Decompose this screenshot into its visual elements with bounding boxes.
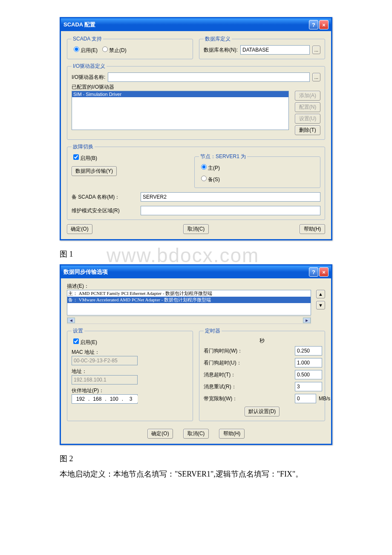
msg-timeout-label: 消息超时(T)：: [204, 371, 291, 379]
bandwidth-label: 带宽限制(W)：: [204, 395, 291, 402]
io-driver-list[interactable]: SIM - Simulation Driver: [72, 91, 289, 130]
node-group: 节点：SERVER1 为 主(P) 备(S): [194, 153, 320, 188]
help-icon[interactable]: ?: [309, 267, 318, 277]
figure-2-caption: 图 2: [60, 454, 332, 464]
db-def-legend: 数据库定义: [204, 35, 232, 43]
timer-group: 定时器 秒 看门狗时间(W)： 看门狗超时(U)： 消息超时(T)： 消息重试(…: [199, 327, 325, 421]
failover-enable-checkbox[interactable]: [73, 154, 79, 160]
ip-seg-1[interactable]: [74, 396, 87, 402]
setup-button[interactable]: 设置(U): [295, 114, 320, 124]
primary-radio[interactable]: [201, 164, 207, 170]
body-paragraph: 本地启动定义：本地节点名填写："SERVER1",逻辑节点名填写："FIX"。: [60, 469, 332, 479]
dialog2-titlebar[interactable]: 数据同步传输选项 ? ×: [61, 266, 331, 278]
h-scrollbar[interactable]: ◄ ►: [67, 316, 311, 324]
bandwidth-unit: MB/s: [319, 396, 330, 402]
scada-support-group: SCADA 支持 启用(E) 禁止(D): [67, 35, 193, 59]
close-icon[interactable]: ×: [319, 20, 329, 29]
watchdog-timeout-input[interactable]: [295, 358, 322, 367]
addr-label: 地址：: [72, 368, 87, 374]
cancel-button[interactable]: 取消(C): [183, 224, 209, 234]
scroll-left-icon[interactable]: ◄: [67, 318, 75, 323]
db-browse-button[interactable]: ...: [312, 46, 320, 54]
timer-unit: 秒: [259, 338, 265, 344]
help-icon[interactable]: ?: [309, 20, 318, 29]
adapter-main[interactable]: 主： AMD PCNET Family PCI Ethernet Adapter…: [67, 290, 311, 297]
disable-radio-label[interactable]: 禁止(D): [100, 45, 127, 54]
dialog1-title: SCADA 配置: [63, 21, 95, 29]
bandwidth-input[interactable]: [295, 394, 316, 403]
dialog2-title: 数据同步传输选项: [63, 268, 108, 276]
db-name-label: 数据库名称(N):: [204, 46, 238, 54]
enable-radio[interactable]: [74, 46, 79, 52]
data-sync-dialog: 数据同步传输选项 ? × 描述(E)： 主： AMD PCNET Family …: [60, 264, 332, 445]
io-driver-item[interactable]: SIM - Simulation Driver: [72, 91, 288, 97]
figure-1-caption: 图 1: [60, 249, 332, 259]
ip-seg-4[interactable]: [124, 396, 138, 402]
msg-retry-input[interactable]: [295, 382, 322, 391]
settings-group: 设置 启用(E) MAC 地址： 地址： 伙伴地址(P)： . . .: [67, 327, 193, 421]
defaults-button[interactable]: 默认设置(D): [245, 407, 280, 416]
io-name-label: I/O驱动器名称:: [72, 74, 105, 81]
backup-radio[interactable]: [201, 176, 207, 181]
msg-timeout-input[interactable]: [295, 370, 322, 379]
ok-button-2[interactable]: 确定(O): [147, 429, 173, 439]
primary-radio-label[interactable]: 主(P): [199, 165, 220, 171]
ip-seg-3[interactable]: [107, 396, 121, 402]
db-def-group: 数据库定义 数据库名称(N): ...: [199, 35, 325, 59]
ok-button[interactable]: 确定(O): [67, 224, 92, 234]
addr-input: [72, 375, 138, 384]
config-button[interactable]: 配置(N): [295, 102, 320, 112]
partner-label: 伙伴地址(P)：: [72, 387, 104, 393]
enable-radio-label[interactable]: 启用(E): [72, 45, 98, 54]
backup-radio-label[interactable]: 备(S): [199, 176, 220, 182]
mac-label: MAC 地址：: [72, 349, 100, 355]
watchdog-time-input[interactable]: [295, 346, 322, 356]
io-driver-group: I/O驱动器定义 I/O驱动器名称: ... 已配置的I/O驱动器 SIM - …: [67, 63, 325, 140]
configured-io-label: 已配置的I/O驱动器: [72, 84, 114, 90]
partner-ip-input[interactable]: . . .: [72, 394, 138, 404]
backup-scada-input[interactable]: [141, 192, 320, 202]
maint-area-label: 维护模式安全区域(R): [72, 207, 135, 214]
watchdog-timeout-label: 看门狗超时(U)：: [204, 359, 291, 367]
timer-legend: 定时器: [204, 327, 222, 335]
desc-label: 描述(E)：: [67, 283, 89, 289]
scroll-right-icon[interactable]: ►: [303, 318, 311, 323]
io-driver-legend: I/O驱动器定义: [72, 63, 107, 70]
node-group-legend: 节点：SERVER1 为: [199, 153, 247, 160]
disable-radio[interactable]: [102, 46, 108, 52]
settings-legend: 设置: [72, 327, 84, 335]
help-button[interactable]: 帮助(H): [300, 224, 325, 234]
adapter-backup[interactable]: 备： VMware Accelerated AMD PCNet Adapter …: [67, 297, 311, 303]
io-name-input[interactable]: [108, 72, 309, 82]
io-browse-button[interactable]: ...: [312, 73, 320, 81]
cancel-button-2[interactable]: 取消(C): [183, 429, 209, 439]
backup-scada-label: 备 SCADA 名称(M)：: [72, 194, 135, 201]
scada-support-legend: SCADA 支持: [72, 35, 103, 43]
failover-group: 故障切换 启用(B) 数据同步传输(Y) 节点：SERVER1 为 主(P) 备…: [67, 143, 325, 220]
data-sync-button[interactable]: 数据同步传输(Y): [72, 166, 117, 176]
delete-button[interactable]: 删除(T): [295, 125, 320, 135]
settings-enable-checkbox[interactable]: [73, 338, 79, 344]
scada-config-dialog: SCADA 配置 ? × SCADA 支持 启用(E) 禁止(D) 数据库定义 …: [60, 17, 332, 240]
failover-legend: 故障切换: [72, 143, 95, 150]
maint-area-input[interactable]: [141, 206, 320, 215]
db-name-input[interactable]: [240, 45, 310, 55]
dialog1-titlebar[interactable]: SCADA 配置 ? ×: [61, 18, 331, 31]
settings-enable-label[interactable]: 启用(E): [72, 339, 97, 345]
move-up-button[interactable]: ▲: [316, 290, 325, 298]
watchdog-time-label: 看门狗时间(W)：: [204, 347, 291, 355]
failover-enable-label[interactable]: 启用(B): [72, 155, 97, 161]
add-button[interactable]: 添加(A): [295, 91, 320, 101]
move-down-button[interactable]: ▼: [316, 301, 325, 309]
msg-retry-label: 消息重试(R)：: [204, 383, 291, 390]
help-button-2[interactable]: 帮助(H): [219, 429, 245, 439]
adapter-list[interactable]: 主： AMD PCNET Family PCI Ethernet Adapter…: [67, 290, 311, 315]
mac-input: [72, 356, 138, 365]
close-icon[interactable]: ×: [319, 267, 329, 277]
ip-seg-2[interactable]: [90, 396, 104, 402]
